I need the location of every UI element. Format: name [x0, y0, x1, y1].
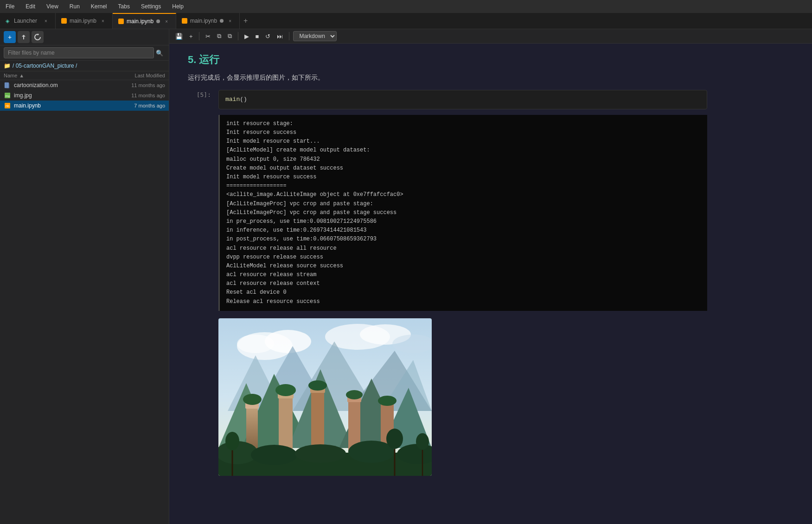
menu-kernel[interactable]: Kernel [89, 2, 109, 11]
paste-button[interactable]: ⧉ [225, 31, 234, 41]
file-item-cartoonization[interactable]: cartoonization.om 11 months ago [0, 80, 169, 90]
tab-add-button[interactable]: + [240, 13, 251, 29]
file-modified-main: 7 months ago [105, 103, 165, 108]
sort-icon: ▲ [19, 73, 24, 78]
output-line-5: malloc output 0, size 786432 [226, 155, 701, 164]
svg-text:img: img [5, 95, 10, 97]
notebook-body: 5. 运行 运行完成后，会显示推理后的图片，如下所示。 [5]: main() … [169, 44, 726, 486]
svg-point-39 [295, 444, 346, 463]
tab-launcher-close[interactable]: × [42, 17, 50, 25]
file-name-img: img.jpg [14, 92, 105, 99]
svg-point-45 [386, 429, 403, 449]
tab-main3[interactable]: main.ipynb × [176, 13, 240, 29]
tab-launcher-label: Launcher [14, 18, 37, 24]
file-modified-cartoonization: 11 months ago [105, 82, 165, 88]
refresh-icon [34, 34, 41, 40]
output-line-3: Init model resource start... [226, 137, 701, 146]
toolbar-separator-1 [199, 32, 199, 40]
tab-main3-label: main.ipynb [190, 18, 217, 24]
output-line-9: <acllite_image.AclLiteImage object at 0x… [226, 190, 701, 199]
cell-number: [5]: [188, 90, 211, 98]
tab-launcher[interactable]: ◈ Launcher × [0, 13, 56, 29]
sidebar-toolbar: + [0, 29, 169, 45]
svg-point-31 [243, 394, 262, 405]
add-cell-button[interactable]: + [187, 32, 195, 41]
notebook-content: 💾 + ✂ ⧉ ⧉ ▶ ■ ↺ ⏭ Markdown Code Raw 5. 运… [169, 29, 812, 524]
tab-main2[interactable]: main.ipynb × [113, 13, 176, 29]
section-description: 运行完成后，会显示推理后的图片，如下所示。 [188, 72, 707, 82]
output-line-16: dvpp resource release success [226, 253, 701, 262]
copy-button[interactable]: ⧉ [215, 31, 224, 41]
tab-main2-label: main.ipynb [127, 18, 153, 25]
stop-button[interactable]: ■ [253, 32, 262, 41]
tab-main2-close[interactable]: × [163, 18, 170, 25]
file-modified-img: 11 months ago [105, 93, 165, 98]
breadcrumb: 📁 / 05-cartoonGAN_picture / [0, 61, 169, 71]
menu-view[interactable]: View [45, 2, 60, 11]
cell-type-select[interactable]: Markdown Code Raw [293, 31, 337, 41]
output-line-19: acl resource release context [226, 279, 701, 288]
tabbar: ◈ Launcher × main.ipynb × main.ipynb × m… [0, 13, 812, 29]
output-line-8: ================== [226, 182, 701, 190]
output-line-20: Reset acl device 0 [226, 288, 701, 297]
output-line-15: acl resource release all resource [226, 244, 701, 253]
tab-main3-modified-dot [220, 19, 224, 23]
search-input[interactable] [4, 47, 154, 58]
output-line-18: acl resource release stream [226, 271, 701, 279]
upload-button[interactable] [18, 31, 30, 43]
menu-file[interactable]: File [4, 2, 16, 11]
file-list-header: Name ▲ Last Modified [0, 71, 169, 80]
restart-button[interactable]: ↺ [263, 32, 273, 41]
svg-rect-0 [5, 82, 9, 88]
menu-settings[interactable]: Settings [139, 2, 163, 11]
new-file-button[interactable]: + [4, 31, 16, 43]
main-area: + 🔍 📁 / 05-cartoonGAN_picture / [0, 29, 812, 524]
output-line-6: Create model output dataset success [226, 164, 701, 173]
run-button[interactable]: ▶ [242, 32, 251, 41]
menu-run[interactable]: Run [68, 2, 82, 11]
file-list: cartoonization.om 11 months ago img img.… [0, 80, 169, 524]
upload-icon [20, 34, 27, 40]
svg-text:nb: nb [6, 104, 9, 107]
output-line-13: in inference, use time:0.269734144210815… [226, 226, 701, 235]
tab-main2-modified-dot [156, 19, 160, 23]
file-icon-jpg: img [4, 92, 11, 99]
tab-main1-label: main.ipynb [70, 18, 96, 24]
cartoon-image-output [218, 318, 707, 477]
toolbar-separator-3 [289, 32, 289, 40]
svg-point-43 [225, 432, 239, 450]
breadcrumb-path[interactable]: / 05-cartoonGAN_picture / [13, 63, 77, 69]
code-block[interactable]: main() [218, 90, 707, 109]
output-line-11: [AclLiteImageProc] vpc crop and paste st… [226, 208, 701, 217]
notebook-icon-2 [118, 19, 124, 24]
notebook-icon-3 [182, 18, 187, 24]
modified-column-header[interactable]: Last Modified [105, 73, 165, 78]
menu-help[interactable]: Help [170, 2, 185, 11]
fast-forward-button[interactable]: ⏭ [275, 32, 285, 41]
cut-button[interactable]: ✂ [203, 32, 213, 41]
svg-point-47 [416, 433, 429, 450]
output-line-21: Release acl resource success [226, 297, 701, 306]
svg-point-32 [275, 384, 296, 396]
output-line-2: Init resource success [226, 128, 701, 137]
tab-main1[interactable]: main.ipynb × [56, 13, 113, 29]
code-cell: [5]: main() [188, 90, 707, 109]
output-line-12: in pre_process, use time:0.0081002712249… [226, 217, 701, 226]
file-item-main-ipynb[interactable]: nb main.ipynb 7 months ago [0, 101, 169, 111]
file-item-img[interactable]: img img.jpg 11 months ago [0, 90, 169, 101]
menu-edit[interactable]: Edit [24, 2, 37, 11]
save-button[interactable]: 💾 [173, 32, 185, 41]
menu-tabs[interactable]: Tabs [116, 2, 132, 11]
menubar: File Edit View Run Kernel Tabs Settings … [0, 0, 812, 13]
output-line-4: [AclLiteModel] create model output datas… [226, 146, 701, 155]
tab-main3-close[interactable]: × [226, 17, 234, 25]
search-submit-button[interactable]: 🔍 [154, 49, 165, 57]
cell-output: init resource stage: Init resource succe… [218, 115, 707, 311]
refresh-button[interactable] [32, 31, 44, 43]
name-column-header[interactable]: Name ▲ [4, 73, 105, 78]
toolbar-separator-2 [238, 32, 238, 40]
cartoon-image-svg [218, 318, 432, 476]
file-name-main: main.ipynb [14, 102, 105, 109]
tab-main1-close[interactable]: × [99, 17, 107, 25]
code-line-main: main() [225, 95, 700, 104]
